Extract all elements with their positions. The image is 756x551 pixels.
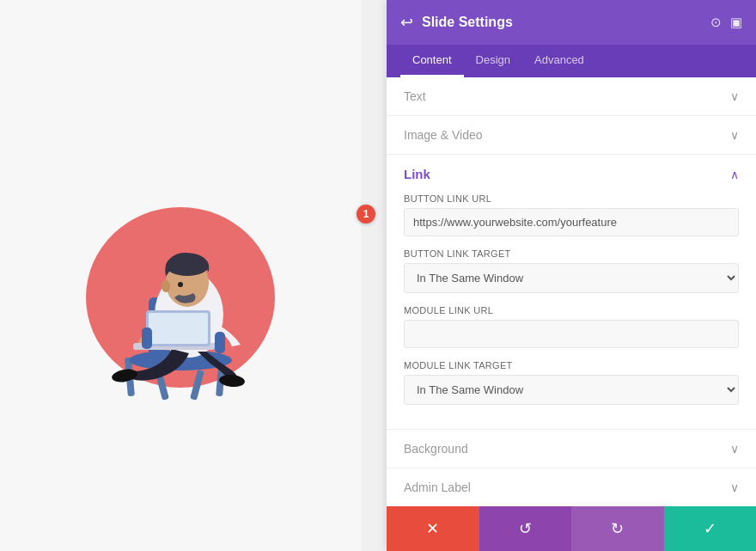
link-section-label: Link	[404, 167, 430, 181]
svg-rect-17	[142, 328, 152, 349]
header-icons: ⊙ ▣	[710, 15, 742, 30]
module-link-url-input[interactable]	[404, 320, 739, 348]
tabs-bar: Content Design Advanced	[387, 45, 756, 77]
link-section-header[interactable]: Link ∧	[404, 167, 739, 181]
panel-content: Text ∨ Image & Video ∨ Link ∧ Button Lin…	[387, 77, 756, 506]
close-button[interactable]: ✕	[387, 506, 479, 551]
module-link-target-select[interactable]: In The Same Window In A New Window	[404, 375, 739, 405]
button-link-target-label: Button Link Target	[404, 248, 739, 259]
link-section: Link ∧ Button Link URL Button Link Targe…	[387, 155, 756, 430]
button-link-url-group: Button Link URL	[404, 193, 739, 236]
layout-icon[interactable]: ▣	[730, 15, 742, 30]
admin-label-section-label: Admin Label	[404, 481, 471, 494]
background-section-label: Background	[404, 442, 468, 456]
text-chevron-icon: ∨	[730, 89, 739, 103]
tab-design[interactable]: Design	[464, 45, 522, 77]
svg-rect-12	[149, 313, 208, 344]
image-video-chevron-icon: ∨	[730, 128, 739, 142]
module-link-target-group: Module Link Target In The Same Window In…	[404, 360, 739, 405]
panel-header: ↩ Slide Settings ⊙ ▣	[387, 0, 756, 45]
save-button[interactable]: ✓	[664, 506, 757, 551]
canvas-area	[0, 0, 361, 551]
svg-point-16	[162, 280, 170, 292]
undo-button[interactable]: ↺	[479, 506, 572, 551]
tab-content[interactable]: Content	[400, 45, 464, 77]
background-chevron-icon: ∨	[730, 442, 739, 456]
tab-advanced[interactable]: Advanced	[522, 45, 596, 77]
module-link-url-group: Module Link URL	[404, 305, 739, 348]
back-button[interactable]: ↩	[400, 13, 413, 32]
button-link-target-group: Button Link Target In The Same Window In…	[404, 248, 739, 293]
redo-button[interactable]: ↻	[571, 506, 664, 551]
button-link-url-input[interactable]	[404, 208, 739, 236]
panel-title: Slide Settings	[422, 15, 702, 30]
svg-rect-18	[215, 332, 225, 353]
button-link-target-select[interactable]: In The Same Window In A New Window	[404, 263, 739, 293]
step-badge: 1	[357, 205, 375, 223]
text-section-label: Text	[404, 89, 426, 103]
admin-label-section-row[interactable]: Admin Label ∨	[387, 468, 756, 506]
text-section-row[interactable]: Text ∨	[387, 77, 756, 116]
slide-settings-panel: ↩ Slide Settings ⊙ ▣ Content Design Adva…	[387, 0, 756, 551]
bottom-toolbar: ✕ ↺ ↻ ✓	[387, 506, 756, 551]
module-link-url-label: Module Link URL	[404, 305, 739, 315]
settings-icon[interactable]: ⊙	[710, 15, 722, 30]
link-chevron-icon: ∧	[730, 168, 739, 181]
module-link-target-label: Module Link Target	[404, 360, 739, 370]
button-link-url-label: Button Link URL	[404, 193, 739, 204]
illustration	[21, 138, 339, 413]
image-video-section-label: Image & Video	[404, 128, 483, 142]
background-section-row[interactable]: Background ∨	[387, 430, 756, 468]
image-video-section-row[interactable]: Image & Video ∨	[387, 116, 756, 155]
admin-label-chevron-icon: ∨	[730, 481, 739, 494]
svg-point-15	[178, 282, 183, 287]
